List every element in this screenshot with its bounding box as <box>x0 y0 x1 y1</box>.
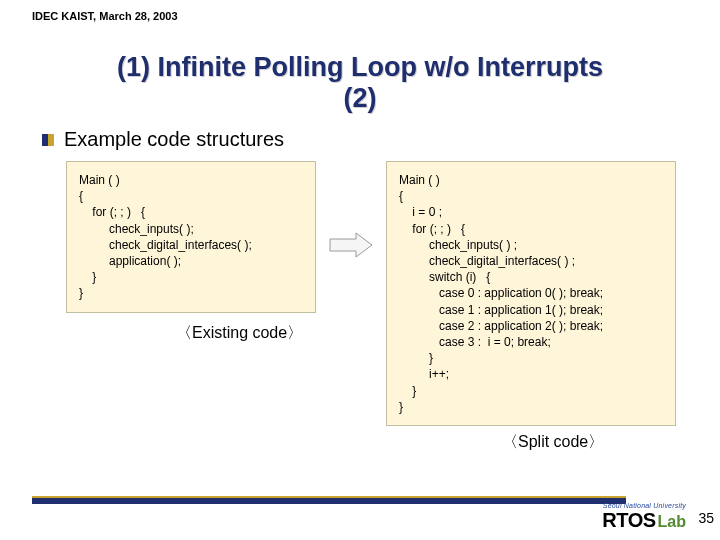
footer-university: Seoul National University <box>602 502 686 509</box>
code-box-existing: Main ( ) { for (; ; ) { check_inputs( );… <box>66 161 316 313</box>
page-number: 35 <box>698 510 714 526</box>
caption-split: 〈Split code〉 <box>502 432 688 453</box>
slide-title-line1: (1) Infinite Polling Loop w/o Interrupts <box>32 52 688 83</box>
header-venue: IDEC KAIST, March 28, 2003 <box>32 10 688 22</box>
slide-title-line2: (2) <box>32 83 688 114</box>
slide-body: Example code structures Main ( ) { for (… <box>32 128 688 453</box>
bullet-row: Example code structures <box>42 128 688 151</box>
bullet-text: Example code structures <box>64 128 284 151</box>
footer-divider <box>32 496 626 504</box>
left-column: Main ( ) { for (; ; ) { check_inputs( );… <box>66 161 316 344</box>
footer-lab-sub: Lab <box>658 514 686 530</box>
arrow-right-icon <box>328 231 374 259</box>
svg-marker-0 <box>330 233 372 257</box>
slide: IDEC KAIST, March 28, 2003 (1) Infinite … <box>0 0 720 540</box>
arrow-column <box>328 161 374 259</box>
right-column: Main ( ) { i = 0 ; for (; ; ) { check_in… <box>386 161 676 426</box>
footer-logo: Seoul National University RTOS Lab <box>602 502 686 530</box>
code-columns: Main ( ) { for (; ; ) { check_inputs( );… <box>66 161 688 426</box>
bullet-icon <box>42 134 54 146</box>
footer-lab: RTOS Lab <box>602 510 686 530</box>
code-box-split: Main ( ) { i = 0 ; for (; ; ) { check_in… <box>386 161 676 426</box>
slide-title: (1) Infinite Polling Loop w/o Interrupts… <box>32 52 688 114</box>
footer-lab-main: RTOS <box>602 510 655 530</box>
caption-existing: 〈Existing code〉 <box>176 323 316 344</box>
footer-divider-navy <box>32 498 626 504</box>
